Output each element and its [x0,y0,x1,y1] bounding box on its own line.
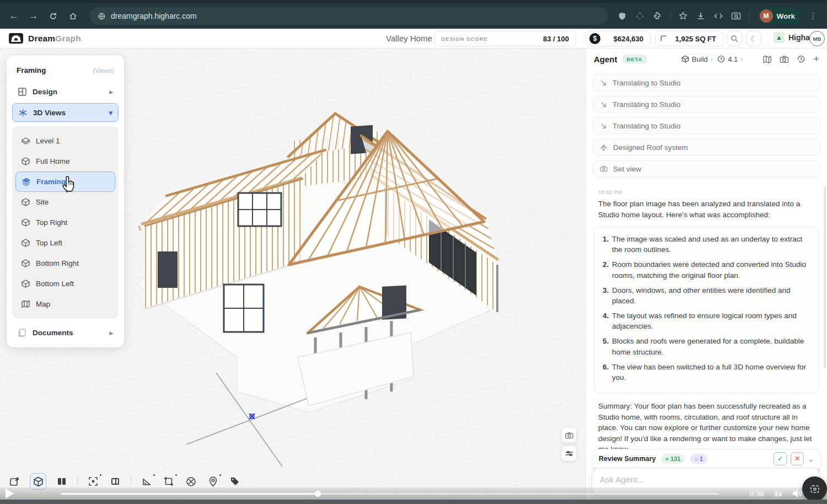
review-summary-label: Review Summary [599,455,656,463]
activity-card[interactable]: Translating to Studio [593,74,820,91]
3d-views-label: 3D Views [33,109,103,117]
volume-icon[interactable] [792,489,803,498]
tab-search-icon[interactable] [729,9,743,23]
window-bottom-strip [0,500,827,504]
price-pill[interactable]: $ $624,630 [586,31,651,46]
model-dial-icon [717,55,725,63]
design-icon [18,87,27,96]
browser-chrome: ← → M Work ⋮ [0,0,827,29]
view-item-top-left[interactable]: Top Left [15,233,115,253]
dreamgraph-logo[interactable]: DreamGraph [9,33,81,44]
view-label: Map [36,300,50,308]
pin-icon[interactable] [206,475,219,488]
view-item-bottom-right[interactable]: Bottom Right [15,253,115,274]
review-summary-bar[interactable]: Review Summary + 131 ○ 1 ✓ ✕ ⌄ [592,449,821,468]
documents-icon [18,328,27,337]
camera-fab[interactable] [561,427,577,443]
view-label: Top Left [36,239,62,247]
sidebar-group-3d-views[interactable]: 3D Views ▾ [12,103,119,122]
ruler-icon [660,35,668,42]
activity-card[interactable]: Set view [593,160,820,177]
activity-card[interactable]: Translating to Studio [593,96,820,112]
sidebar-item-design[interactable]: Design ▸ [12,82,119,101]
build-label: Build [692,55,708,63]
view-item-framing[interactable]: Framing [15,171,115,192]
translate-arrow-icon [600,79,607,87]
tag-icon[interactable] [228,475,241,488]
area-pill[interactable]: 1,925 SQ FT [655,31,723,46]
area-value: 1,925 SQ FT [675,35,716,43]
step-item: Room boundaries were detected and conver… [611,259,812,280]
chevron-down-icon[interactable]: ⌄ [808,454,814,463]
playback-speed[interactable]: 1x [774,490,782,498]
step-item: The layout was refined to ensure logical… [611,310,812,331]
design-score-pill[interactable]: DESIGN SCORE 83 / 100 [434,31,576,46]
scrubber-thumb[interactable] [315,491,321,497]
extensions-icon[interactable] [650,9,664,23]
download-icon[interactable] [694,9,708,23]
map-icon [21,299,30,309]
design-score-label: DESIGN SCORE [441,36,488,42]
star-icon[interactable] [676,9,690,23]
model-version: 4.1 [728,55,738,63]
beta-badge: BETA [622,55,647,64]
approve-button[interactable]: ✓ [774,452,787,465]
video-control-bar: 0:38 1x [0,487,827,500]
reject-button[interactable]: ✕ [791,452,804,465]
video-scrubber[interactable] [61,493,719,495]
camera-icon [600,165,608,172]
camera-icon[interactable] [780,55,789,63]
kebab-menu-icon[interactable]: ⋮ [805,8,821,24]
project-name[interactable]: Valley Home [386,34,432,43]
activity-label: Designed Roof system [613,143,688,152]
browser-profile-chip[interactable]: M Work [758,8,802,24]
brand-text: DreamGraph [28,34,81,44]
plus-icon[interactable]: + [813,55,819,63]
code-icon[interactable] [711,9,726,23]
search-icon[interactable] [727,31,742,46]
view-item-bottom-left[interactable]: Bottom Left [15,274,115,294]
url-input[interactable] [111,12,600,20]
view-item-top-right[interactable]: Top Right [15,212,115,233]
sidebar-item-documents[interactable]: Documents ▸ [12,323,119,342]
url-bar[interactable] [90,7,608,25]
recycle-extension-icon[interactable] [632,9,647,23]
history-icon[interactable] [797,55,805,63]
layout-panels-icon[interactable] [109,475,122,488]
refresh-icon[interactable] [45,8,62,24]
shield-extension-icon[interactable] [615,9,629,23]
home-icon[interactable] [65,8,82,24]
play-icon[interactable] [6,489,14,498]
compass-icon[interactable] [184,475,197,488]
screen-capture-button[interactable] [802,476,827,501]
split-view-icon[interactable] [55,475,68,488]
forward-icon[interactable]: → [25,8,42,24]
message-timestamp: 10:52 PM [598,189,815,195]
view-item-level-1[interactable]: Level 1 [15,131,115,151]
section-box-icon[interactable] [162,475,175,488]
pan-2d-icon[interactable] [8,475,21,488]
price-value: $624,630 [614,35,643,43]
view-item-map[interactable]: Map [15,294,115,314]
fit-view-icon[interactable] [87,475,100,488]
model-selector[interactable]: 4.1 › [717,55,743,63]
back-icon[interactable]: ← [6,8,22,24]
sidebar-subtitle: (Views) [93,67,114,74]
moon-icon[interactable]: ☾ [746,31,761,46]
angle-icon[interactable] [140,475,153,488]
panel-scrollbar[interactable] [824,186,826,368]
activity-card[interactable]: Designed Roof system [593,139,820,156]
settings-sliders-fab[interactable] [561,446,577,461]
step-item: Doors, windows, and other entities were … [611,285,812,306]
step-item: Blocks and roofs were generated for a co… [611,336,812,357]
activity-card[interactable]: Translating to Studio [593,117,820,134]
plan-icon[interactable] [762,55,772,63]
chevron-right-icon: ▸ [109,329,113,337]
view-item-site[interactable]: Site [15,192,115,212]
build-selector[interactable]: Build › [681,55,713,63]
view-label: Level 1 [36,137,60,145]
cube-icon [21,218,30,227]
view-item-full-home[interactable]: Full Home [15,151,115,171]
circle-count-badge: ○ 1 [690,454,707,464]
user-avatar[interactable]: MB [809,31,825,46]
